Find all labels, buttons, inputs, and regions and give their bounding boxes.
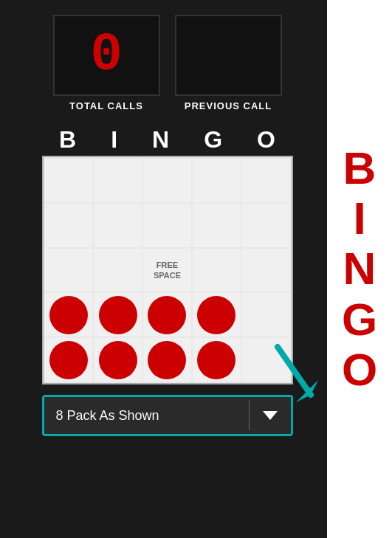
marked-circle <box>148 296 186 334</box>
letter-I: I <box>111 128 117 151</box>
grid-cell-1-3 <box>193 204 241 247</box>
previous-call-display: PREVIOUS CALL <box>175 15 282 111</box>
grid-cell-2-2: FREE SPACE <box>143 249 191 292</box>
marked-circle <box>99 296 137 334</box>
left-section: 0 TOTAL CALLS PREVIOUS CALL B I N G O <box>0 0 327 538</box>
marked-circle <box>197 341 235 379</box>
bingo-letters-row: B I N G O <box>42 128 293 151</box>
grid-cell-0-4 <box>242 159 290 202</box>
side-letter-N: N <box>343 244 376 294</box>
previous-call-label: PREVIOUS CALL <box>185 100 272 111</box>
right-bingo-panel: B I N G O <box>327 0 392 538</box>
grid-cell-0-2 <box>143 159 191 202</box>
grid-cell-4-3 <box>193 338 241 382</box>
total-calls-display: 0 TOTAL CALLS <box>53 15 160 111</box>
marked-circle <box>197 296 235 334</box>
marked-circle <box>49 296 88 334</box>
total-calls-screen: 0 <box>53 15 160 96</box>
grid-cell-4-4 <box>242 338 290 382</box>
dropdown-selected-label: 8 Pack As Shown <box>44 408 249 424</box>
total-calls-label: TOTAL CALLS <box>69 100 143 111</box>
grid-cell-3-2 <box>143 293 191 337</box>
side-letter-B: B <box>343 143 376 193</box>
side-letter-I: I <box>353 193 365 244</box>
side-letter-G: G <box>342 294 377 345</box>
grid-cell-0-1 <box>94 159 142 202</box>
grid-cell-0-0 <box>45 159 93 202</box>
dropdown-toggle-button[interactable] <box>250 395 291 436</box>
grid-cell-1-4 <box>242 204 290 247</box>
letter-N: N <box>152 128 169 151</box>
grid-cell-3-3 <box>193 293 241 337</box>
grid-cell-3-4 <box>242 293 290 337</box>
pack-dropdown-container[interactable]: 8 Pack As Shown <box>42 395 293 436</box>
grid-cell-1-2 <box>143 204 191 247</box>
chevron-down-icon <box>263 411 278 420</box>
grid-cell-4-1 <box>94 338 142 382</box>
side-letter-O: O <box>342 345 377 395</box>
grid-cell-3-1 <box>94 293 142 337</box>
previous-call-screen <box>175 15 282 96</box>
grid-cell-2-3 <box>193 249 241 292</box>
bingo-grid: FREE SPACE <box>42 156 293 384</box>
grid-cell-1-1 <box>94 204 142 247</box>
displays-row: 0 TOTAL CALLS PREVIOUS CALL <box>53 15 282 111</box>
grid-cell-3-0 <box>45 293 93 337</box>
main-container: 0 TOTAL CALLS PREVIOUS CALL B I N G O <box>0 0 392 538</box>
grid-cell-4-0 <box>45 338 93 382</box>
grid-cell-4-2 <box>143 338 191 382</box>
free-space-label: FREE SPACE <box>143 260 191 281</box>
grid-cell-2-0 <box>45 249 93 292</box>
grid-cell-0-3 <box>193 159 241 202</box>
marked-circle <box>148 341 186 379</box>
grid-cell-2-4 <box>242 249 290 292</box>
letter-O: O <box>257 128 275 151</box>
total-calls-value: 0 <box>90 29 122 82</box>
letter-B: B <box>59 128 76 151</box>
marked-circle <box>99 341 137 379</box>
letter-G: G <box>204 128 222 151</box>
marked-circle <box>49 341 88 379</box>
grid-cell-2-1 <box>94 249 142 292</box>
grid-cell-1-0 <box>45 204 93 247</box>
